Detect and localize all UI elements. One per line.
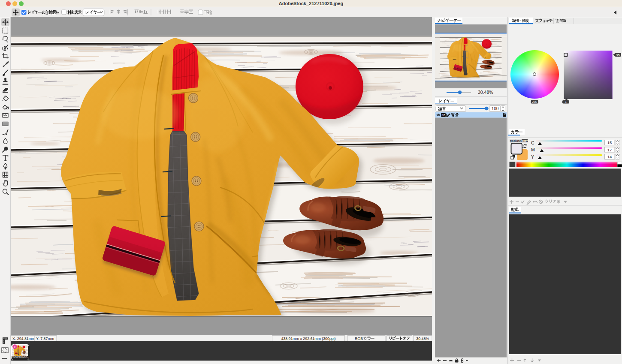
svg-text:30.48%: 30.48% bbox=[416, 337, 429, 341]
svg-text:100: 100 bbox=[492, 106, 499, 111]
svg-text:M: M bbox=[531, 147, 535, 152]
svg-text:CMY: CMY bbox=[522, 139, 528, 142]
svg-text:438.91mm x 292.61mm (300ppi): 438.91mm x 292.61mm (300ppi) bbox=[281, 337, 335, 341]
svg-text:17: 17 bbox=[607, 147, 612, 152]
svg-text:15: 15 bbox=[607, 140, 612, 145]
svg-text:1: 1 bbox=[565, 100, 567, 103]
svg-text:95: 95 bbox=[616, 53, 620, 57]
svg-text:14: 14 bbox=[607, 154, 612, 159]
svg-text:RGB: RGB bbox=[510, 139, 516, 142]
svg-text:30.48%: 30.48% bbox=[478, 90, 493, 95]
svg-text:280: 280 bbox=[532, 100, 537, 104]
svg-text:X: 294.81mm: X: 294.81mm bbox=[12, 337, 35, 341]
svg-text:RGB: RGB bbox=[355, 337, 363, 341]
svg-text:Y: 7.87mm: Y: 7.87mm bbox=[36, 337, 54, 341]
svg-text:Y: Y bbox=[531, 154, 534, 159]
svg-text:e: e bbox=[14, 345, 16, 349]
svg-text:HSB: HSB bbox=[516, 139, 522, 142]
svg-text:32: 32 bbox=[442, 114, 445, 117]
svg-text:C: C bbox=[531, 140, 534, 145]
